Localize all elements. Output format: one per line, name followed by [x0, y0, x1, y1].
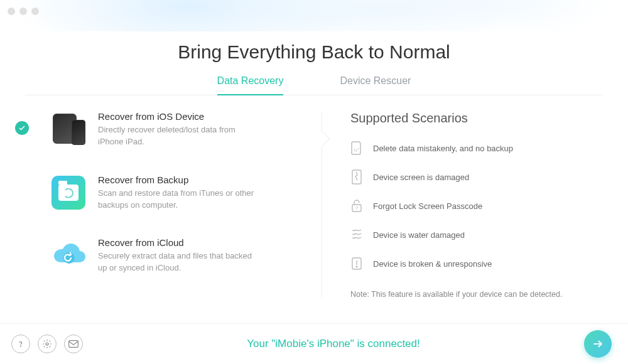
- ios-device-icon: [50, 111, 87, 147]
- svg-point-6: [356, 266, 357, 267]
- settings-button[interactable]: [38, 335, 57, 353]
- lock-icon: ?: [350, 198, 363, 213]
- help-button[interactable]: [11, 335, 30, 353]
- close-dot[interactable]: [8, 8, 15, 15]
- svg-rect-1: [352, 170, 361, 184]
- tab-device-rescuer[interactable]: Device Rescuer: [340, 75, 411, 95]
- delete-icon: [350, 141, 363, 156]
- scenario-text: Forgot Lock Screen Passcode: [373, 201, 482, 211]
- svg-point-7: [21, 346, 21, 346]
- minimize-dot[interactable]: [19, 8, 27, 15]
- note-text: Note: This feature is available if your …: [350, 290, 603, 299]
- window-controls[interactable]: [8, 8, 39, 15]
- check-icon: [15, 121, 29, 135]
- scenario-item: Delete data mistakenly, and no backup: [350, 141, 603, 156]
- connection-status: Your "iMobie's iPhone" is connected!: [83, 338, 584, 350]
- option-title: Recover from Backup: [98, 174, 261, 185]
- option-desc: Securely extract data and files that bac…: [98, 250, 261, 274]
- scenario-text: Device is water damaged: [373, 230, 465, 240]
- tab-data-recovery[interactable]: Data Recovery: [217, 75, 284, 95]
- scenario-item: Device is water damaged: [350, 227, 603, 242]
- scenario-item: Device is broken & unresponsive: [350, 256, 603, 271]
- water-damaged-icon: [350, 227, 363, 242]
- option-desc: Scan and restore data from iTunes or oth…: [98, 188, 261, 211]
- backup-icon: [50, 174, 87, 211]
- scenario-text: Device is broken & unresponsive: [373, 259, 492, 269]
- scenarios-heading: Supported Scenarios: [350, 111, 603, 126]
- screen-damaged-icon: [350, 169, 363, 185]
- option-title: Recover from iCloud: [98, 237, 261, 248]
- scenario-item: ? Forgot Lock Screen Passcode: [350, 198, 603, 213]
- option-recover-ios[interactable]: Recover from iOS Device Directly recover…: [50, 111, 303, 148]
- scenario-item: Device screen is damaged: [350, 169, 603, 185]
- scenario-text: Delete data mistakenly, and no backup: [373, 144, 513, 153]
- option-title: Recover from iOS Device: [98, 111, 261, 122]
- maximize-dot[interactable]: [31, 8, 39, 15]
- proceed-button[interactable]: [584, 330, 612, 358]
- icloud-icon: [50, 237, 87, 274]
- scenario-text: Device screen is damaged: [373, 173, 469, 182]
- option-recover-backup[interactable]: Recover from Backup Scan and restore dat…: [50, 174, 303, 211]
- svg-text:?: ?: [355, 205, 359, 211]
- svg-rect-9: [69, 341, 78, 348]
- svg-point-8: [46, 343, 48, 345]
- option-desc: Directly recover deleted/lost data from …: [98, 124, 261, 148]
- option-recover-icloud[interactable]: Recover from iCloud Securely extract dat…: [50, 237, 303, 274]
- mail-button[interactable]: [64, 335, 83, 353]
- broken-icon: [350, 256, 363, 271]
